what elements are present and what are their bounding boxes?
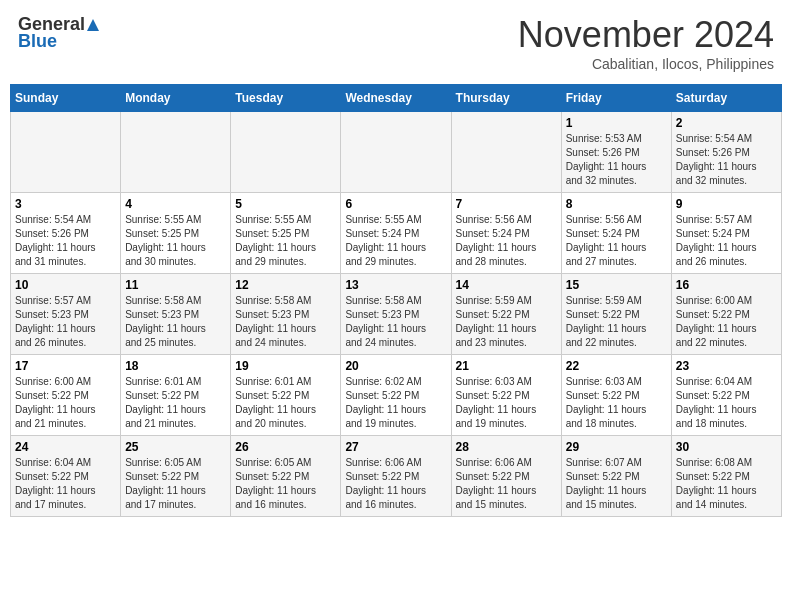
day-info: Daylight: 11 hours bbox=[456, 484, 557, 498]
day-info: Daylight: 11 hours bbox=[345, 484, 446, 498]
day-info: Daylight: 11 hours bbox=[235, 322, 336, 336]
day-number: 19 bbox=[235, 359, 336, 373]
day-number: 28 bbox=[456, 440, 557, 454]
calendar-cell bbox=[451, 112, 561, 193]
day-number: 5 bbox=[235, 197, 336, 211]
day-info: and 18 minutes. bbox=[676, 417, 777, 431]
day-info: Sunrise: 5:59 AM bbox=[566, 294, 667, 308]
day-info: Sunset: 5:26 PM bbox=[676, 146, 777, 160]
day-number: 24 bbox=[15, 440, 116, 454]
day-number: 2 bbox=[676, 116, 777, 130]
day-info: and 22 minutes. bbox=[566, 336, 667, 350]
day-info: Daylight: 11 hours bbox=[345, 241, 446, 255]
day-info: Sunset: 5:22 PM bbox=[676, 389, 777, 403]
day-info: Sunset: 5:22 PM bbox=[345, 389, 446, 403]
day-info: Sunrise: 6:05 AM bbox=[235, 456, 336, 470]
day-info: Sunrise: 5:59 AM bbox=[456, 294, 557, 308]
calendar-cell: 7Sunrise: 5:56 AMSunset: 5:24 PMDaylight… bbox=[451, 193, 561, 274]
day-info: Sunrise: 6:00 AM bbox=[15, 375, 116, 389]
day-info: Sunrise: 6:01 AM bbox=[125, 375, 226, 389]
calendar-cell: 6Sunrise: 5:55 AMSunset: 5:24 PMDaylight… bbox=[341, 193, 451, 274]
day-number: 9 bbox=[676, 197, 777, 211]
day-info: and 28 minutes. bbox=[456, 255, 557, 269]
day-info: Sunset: 5:22 PM bbox=[125, 389, 226, 403]
day-info: Daylight: 11 hours bbox=[676, 160, 777, 174]
day-number: 26 bbox=[235, 440, 336, 454]
calendar-header-row: SundayMondayTuesdayWednesdayThursdayFrid… bbox=[11, 85, 782, 112]
logo: General Blue bbox=[18, 14, 100, 52]
calendar-cell: 14Sunrise: 5:59 AMSunset: 5:22 PMDayligh… bbox=[451, 274, 561, 355]
day-info: Sunset: 5:23 PM bbox=[125, 308, 226, 322]
day-info: and 15 minutes. bbox=[456, 498, 557, 512]
location-subtitle: Cabalitian, Ilocos, Philippines bbox=[518, 56, 774, 72]
day-info: Sunset: 5:25 PM bbox=[235, 227, 336, 241]
day-info: and 32 minutes. bbox=[566, 174, 667, 188]
day-number: 8 bbox=[566, 197, 667, 211]
calendar-cell: 29Sunrise: 6:07 AMSunset: 5:22 PMDayligh… bbox=[561, 436, 671, 517]
day-info: and 26 minutes. bbox=[15, 336, 116, 350]
day-info: Sunset: 5:22 PM bbox=[456, 470, 557, 484]
day-info: Daylight: 11 hours bbox=[566, 160, 667, 174]
day-info: Daylight: 11 hours bbox=[125, 484, 226, 498]
day-info: Sunset: 5:23 PM bbox=[345, 308, 446, 322]
day-info: Sunrise: 5:54 AM bbox=[15, 213, 116, 227]
day-info: Sunrise: 6:03 AM bbox=[456, 375, 557, 389]
day-info: Sunrise: 5:55 AM bbox=[235, 213, 336, 227]
day-info: Daylight: 11 hours bbox=[676, 322, 777, 336]
day-info: Daylight: 11 hours bbox=[235, 403, 336, 417]
day-info: Daylight: 11 hours bbox=[125, 403, 226, 417]
day-info: and 21 minutes. bbox=[15, 417, 116, 431]
day-info: Daylight: 11 hours bbox=[566, 484, 667, 498]
day-info: Sunrise: 6:04 AM bbox=[15, 456, 116, 470]
day-info: Daylight: 11 hours bbox=[456, 403, 557, 417]
day-info: Sunset: 5:22 PM bbox=[456, 389, 557, 403]
day-number: 29 bbox=[566, 440, 667, 454]
calendar-cell: 4Sunrise: 5:55 AMSunset: 5:25 PMDaylight… bbox=[121, 193, 231, 274]
day-info: Daylight: 11 hours bbox=[566, 241, 667, 255]
day-number: 4 bbox=[125, 197, 226, 211]
day-info: and 29 minutes. bbox=[235, 255, 336, 269]
calendar-cell: 11Sunrise: 5:58 AMSunset: 5:23 PMDayligh… bbox=[121, 274, 231, 355]
day-info: Sunrise: 5:56 AM bbox=[456, 213, 557, 227]
day-info: Sunrise: 6:05 AM bbox=[125, 456, 226, 470]
day-number: 20 bbox=[345, 359, 446, 373]
day-info: Sunset: 5:23 PM bbox=[235, 308, 336, 322]
weekday-header-saturday: Saturday bbox=[671, 85, 781, 112]
day-info: Sunrise: 5:56 AM bbox=[566, 213, 667, 227]
day-info: Daylight: 11 hours bbox=[235, 484, 336, 498]
day-info: Sunset: 5:26 PM bbox=[566, 146, 667, 160]
day-info: Daylight: 11 hours bbox=[345, 403, 446, 417]
day-info: Sunset: 5:22 PM bbox=[15, 389, 116, 403]
day-info: Sunrise: 5:55 AM bbox=[345, 213, 446, 227]
calendar-cell: 20Sunrise: 6:02 AMSunset: 5:22 PMDayligh… bbox=[341, 355, 451, 436]
calendar-cell: 30Sunrise: 6:08 AMSunset: 5:22 PMDayligh… bbox=[671, 436, 781, 517]
calendar-cell bbox=[231, 112, 341, 193]
day-info: Sunset: 5:24 PM bbox=[345, 227, 446, 241]
day-info: and 24 minutes. bbox=[345, 336, 446, 350]
day-info: and 24 minutes. bbox=[235, 336, 336, 350]
day-number: 30 bbox=[676, 440, 777, 454]
logo-blue: Blue bbox=[18, 31, 57, 52]
day-number: 12 bbox=[235, 278, 336, 292]
day-info: and 22 minutes. bbox=[676, 336, 777, 350]
day-number: 15 bbox=[566, 278, 667, 292]
day-info: and 15 minutes. bbox=[566, 498, 667, 512]
calendar-cell: 15Sunrise: 5:59 AMSunset: 5:22 PMDayligh… bbox=[561, 274, 671, 355]
day-info: Sunrise: 6:06 AM bbox=[345, 456, 446, 470]
day-info: Daylight: 11 hours bbox=[15, 241, 116, 255]
day-info: Daylight: 11 hours bbox=[15, 322, 116, 336]
calendar-cell: 26Sunrise: 6:05 AMSunset: 5:22 PMDayligh… bbox=[231, 436, 341, 517]
day-info: Sunset: 5:25 PM bbox=[125, 227, 226, 241]
day-info: Sunrise: 5:57 AM bbox=[676, 213, 777, 227]
day-info: Sunset: 5:22 PM bbox=[676, 308, 777, 322]
calendar-week-row: 24Sunrise: 6:04 AMSunset: 5:22 PMDayligh… bbox=[11, 436, 782, 517]
day-number: 10 bbox=[15, 278, 116, 292]
day-info: Sunrise: 5:57 AM bbox=[15, 294, 116, 308]
day-info: Sunset: 5:23 PM bbox=[15, 308, 116, 322]
day-info: Daylight: 11 hours bbox=[125, 241, 226, 255]
day-number: 16 bbox=[676, 278, 777, 292]
day-info: and 30 minutes. bbox=[125, 255, 226, 269]
day-info: and 27 minutes. bbox=[566, 255, 667, 269]
calendar-cell: 12Sunrise: 5:58 AMSunset: 5:23 PMDayligh… bbox=[231, 274, 341, 355]
day-number: 13 bbox=[345, 278, 446, 292]
